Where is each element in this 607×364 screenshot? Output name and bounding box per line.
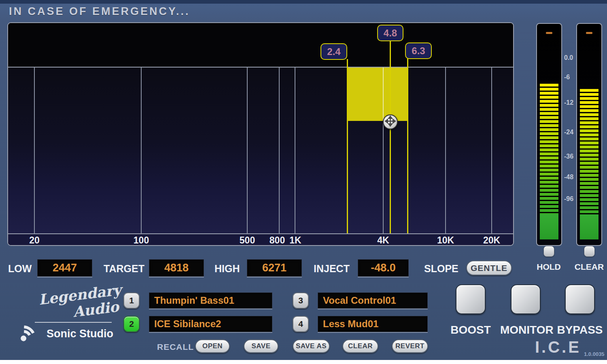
db-scale-label: -96 (564, 195, 579, 203)
freq-tick-label: 1K (289, 235, 301, 246)
low-label: LOW (8, 263, 32, 275)
meter-fill (580, 89, 599, 239)
plugin-window: IN CASE OF EMERGENCY... 2.4 4.8 6.3 (0, 0, 607, 364)
preset-slot-2-button[interactable]: 2 (123, 316, 140, 332)
target-band-fill[interactable] (348, 68, 408, 121)
monitor-button[interactable] (511, 284, 541, 314)
freq-gridline-overlay (383, 68, 384, 121)
freq-gridline (34, 68, 35, 233)
freq-tick-label: 100 (134, 235, 149, 246)
target-band-value-badge: 4.8 (377, 25, 403, 41)
bypass-label: BYPASS (556, 324, 604, 336)
high-label: HIGH (214, 263, 240, 275)
db-scale-label: -12 (564, 99, 579, 106)
spectrum-plot-area (8, 68, 513, 233)
inject-label: INJECT (314, 263, 350, 275)
monitor-label: MONITOR (500, 324, 551, 336)
freq-tick-label: 4K (377, 235, 389, 246)
preset-name-1[interactable]: Thumpin' Bass01 (149, 292, 272, 309)
page-title: IN CASE OF EMERGENCY... (9, 5, 190, 18)
clear-meter-button[interactable] (584, 246, 595, 257)
freq-tick-label: 500 (240, 235, 255, 246)
meter-fill (540, 84, 558, 239)
hold-label: HOLD (531, 262, 567, 272)
save-as-button[interactable]: SAVE AS (293, 339, 330, 353)
boost-button[interactable] (456, 284, 486, 314)
target-label: TARGET (104, 263, 144, 275)
sonic-studio-label: Sonic Studio (47, 328, 113, 340)
save-button[interactable]: SAVE (244, 339, 278, 353)
clear-preset-button[interactable]: CLEAR (342, 339, 378, 353)
freq-tick-label: 20K (483, 235, 500, 246)
ice-logo: I.C.E (535, 338, 581, 356)
freq-gridline (295, 68, 295, 233)
low-band-value-badge: 2.4 (320, 43, 347, 60)
db-scale-label: 0.0 (564, 54, 579, 61)
peak-indicator (586, 32, 592, 34)
freq-gridline (247, 68, 248, 233)
low-band-line[interactable] (347, 59, 348, 233)
spectrum-headroom-area (8, 23, 513, 67)
clear-label: CLEAR (571, 262, 607, 272)
freq-tick-label: 20 (29, 235, 40, 246)
sonic-studio-icon (16, 323, 41, 346)
boost-label: BOOST (446, 324, 495, 336)
db-scale-label: -48 (564, 174, 579, 181)
recall-label: RECALL (157, 342, 194, 352)
freq-gridline (141, 68, 142, 233)
band-drag-handle[interactable] (383, 114, 398, 129)
freq-tick-label: 800 (270, 235, 285, 246)
preset-name-3[interactable]: Vocal Control01 (318, 292, 428, 309)
db-scale-label: -36 (564, 153, 579, 160)
high-field[interactable]: 6271 (247, 259, 302, 277)
top-window-strip (0, 0, 607, 4)
high-band-line[interactable] (407, 58, 408, 233)
spectrum-display: 2.4 4.8 6.3 20 100 500 (7, 22, 514, 246)
freq-gridline (445, 68, 446, 233)
target-band-line[interactable] (390, 41, 391, 233)
freq-gridline (491, 68, 492, 233)
brand-divider (35, 322, 112, 323)
version-text: 1.0.0035 (584, 351, 605, 357)
bypass-button[interactable] (565, 284, 595, 314)
slope-button[interactable]: GENTLE (466, 260, 512, 275)
freq-gridline (279, 68, 280, 233)
low-field[interactable]: 2447 (37, 259, 92, 277)
hold-button[interactable] (543, 246, 554, 257)
level-meter-right (576, 23, 602, 246)
level-meter-left (536, 23, 562, 246)
open-button[interactable]: OPEN (195, 339, 230, 353)
preset-slot-4-button[interactable]: 4 (293, 316, 309, 332)
preset-slot-3-button[interactable]: 3 (293, 292, 309, 309)
high-band-value-badge: 6.3 (405, 42, 432, 59)
revert-button[interactable]: REVERT (392, 339, 428, 353)
db-scale-label: -24 (564, 129, 579, 136)
preset-name-4[interactable]: Less Mud01 (318, 316, 428, 332)
preset-name-2[interactable]: ICE Sibilance2 (149, 316, 272, 332)
db-scale-label: -6 (564, 74, 579, 81)
preset-slot-1-button[interactable]: 1 (123, 292, 140, 309)
target-field[interactable]: 4818 (149, 259, 204, 277)
slope-label: SLOPE (424, 263, 458, 275)
freq-tick-label: 10K (437, 235, 454, 246)
inject-field[interactable]: -48.0 (358, 259, 409, 277)
peak-indicator (546, 32, 552, 34)
move-icon (384, 115, 396, 129)
bottom-window-strip (0, 360, 607, 364)
